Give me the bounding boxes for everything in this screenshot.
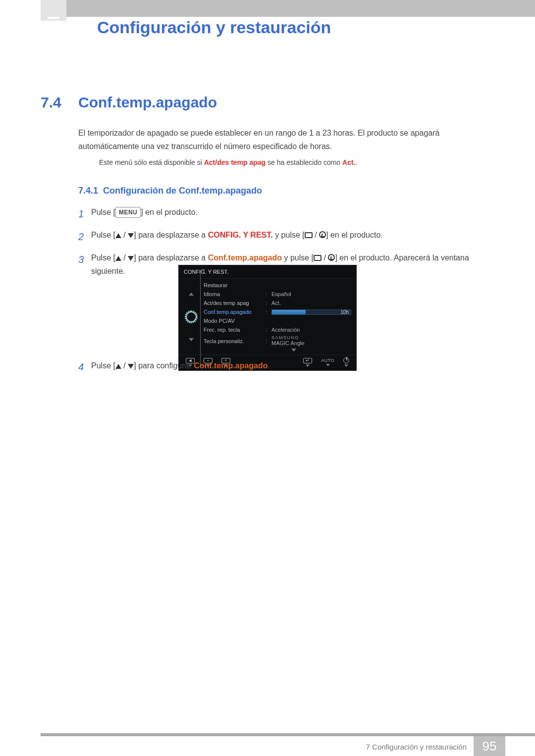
osd-title: CONFIG. Y REST. — [179, 265, 356, 279]
osd-row-conftemp: Conf.temp.apagado : 10h — [204, 307, 356, 316]
enter-button-icon — [328, 254, 335, 261]
note-em1: Act/des temp apag — [204, 158, 266, 166]
magic-angle-label: MAGIC Angle — [271, 340, 305, 346]
up-arrow-icon — [115, 256, 121, 261]
chevron-down-icon — [291, 349, 296, 352]
step-3-target: Conf.temp.apagado — [208, 253, 282, 262]
step-2-number: 2 — [78, 228, 91, 245]
note-suffix: . — [356, 158, 358, 166]
menu-button-icon: MENU — [115, 207, 141, 218]
chapter-title: Configuración y restauración — [97, 18, 331, 37]
enter-button-icon — [319, 231, 326, 238]
page-number: 95 — [482, 739, 497, 754]
note-em2: Act. — [342, 158, 355, 166]
osd-up-arrow-icon — [189, 293, 194, 296]
osd-slider-value: 10h — [340, 309, 349, 315]
note-prefix: Este menú sólo está disponible si — [99, 158, 204, 166]
osd-slider-fill — [272, 310, 306, 314]
step-1-text: Pulse [MENU] en el producto. — [91, 205, 494, 219]
source-button-icon — [314, 255, 321, 261]
osd-list: Restaurar Idioma : Español Act/des temp … — [204, 279, 356, 354]
step-1-number: 1 — [78, 205, 91, 222]
down-arrow-icon — [128, 233, 134, 238]
page-number-box: 95 — [474, 736, 505, 756]
step-4-target: Conf.temp.apagado — [194, 361, 268, 370]
header-tab — [41, 0, 66, 21]
section-title: Conf.temp.apagado — [78, 94, 217, 111]
up-arrow-icon — [115, 233, 121, 238]
page-footer: 7 Configuración y restauración 95 — [0, 733, 535, 756]
osd-row-modopc: Modo PC/AV — [204, 316, 356, 325]
osd-body: Restaurar Idioma : Español Act/des temp … — [179, 279, 356, 354]
step-4-number: 4 — [78, 361, 91, 373]
step-3-number: 3 — [78, 251, 91, 268]
step-2-text: Pulse [ / ] para desplazarse a CONFIG. Y… — [91, 228, 494, 242]
osd-row-actdes: Act/des temp apag : Act. — [204, 299, 356, 307]
down-arrow-icon — [128, 364, 134, 369]
osd-row-restaurar: Restaurar — [204, 281, 356, 290]
intro-paragraph: El temporizador de apagado se puede esta… — [78, 126, 494, 153]
step-2: 2 Pulse [ / ] para desplazarse a CONFIG.… — [78, 228, 494, 245]
subsection-title: Configuración de Conf.temp.apagado — [103, 186, 262, 196]
down-arrow-icon — [128, 256, 134, 261]
header-bar — [41, 0, 535, 17]
brace-icon — [200, 269, 205, 366]
step-2-target: CONFIG. Y REST. — [208, 231, 273, 239]
step-4-text: Pulse [ / ] para configurar Conf.temp.ap… — [91, 361, 494, 370]
osd-row-idioma: Idioma : Español — [204, 290, 356, 299]
note-mid: se ha establecido como — [266, 158, 342, 166]
footer-chapter-label: 7 Configuración y restauración — [366, 743, 467, 751]
up-arrow-icon — [115, 364, 121, 369]
footer-rule — [41, 733, 535, 736]
step-4: 4 Pulse [ / ] para configurar Conf.temp.… — [78, 361, 494, 373]
subsection-number: 7.4.1 — [78, 186, 98, 196]
osd-more-arrow — [204, 349, 356, 352]
section-number: 7.4 — [41, 94, 61, 111]
gear-icon — [186, 311, 197, 322]
source-button-icon — [305, 232, 313, 238]
osd-down-arrow-icon — [189, 338, 194, 341]
samsung-label: SAMSUNG — [271, 336, 351, 340]
osd-row-frec: Frec. rep. tecla : Aceleración — [204, 325, 356, 334]
osd-menu: CONFIG. Y REST. Restaurar Idioma : Españ… — [178, 265, 357, 371]
subsection-heading: 7.4.1 Configuración de Conf.temp.apagado — [78, 186, 262, 196]
osd-slider: 10h — [271, 309, 351, 315]
note-text: Este menú sólo está disponible si Act/de… — [99, 158, 494, 166]
osd-row-tecla: Tecla personaliz. : SAMSUNG MAGIC Angle — [204, 334, 356, 348]
step-1: 1 Pulse [MENU] en el producto. — [78, 205, 494, 222]
